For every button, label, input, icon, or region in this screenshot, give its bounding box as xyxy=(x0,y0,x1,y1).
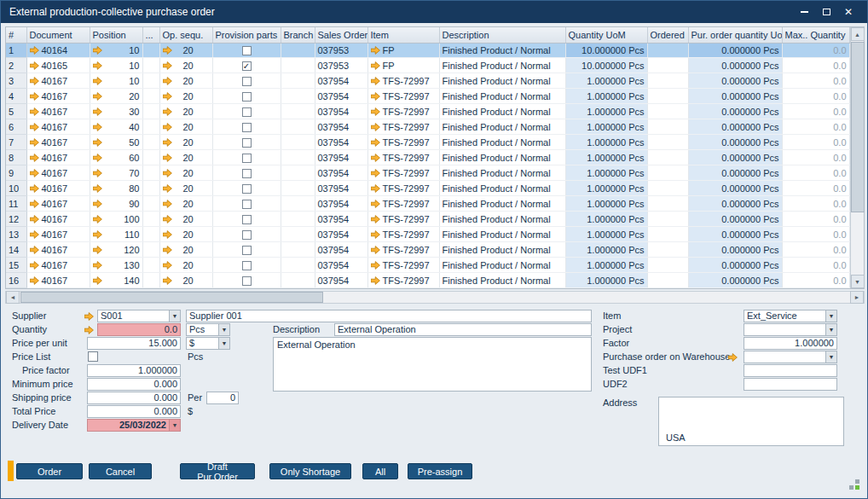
provision-parts-cell[interactable] xyxy=(212,73,281,89)
item-cell[interactable]: FP xyxy=(367,43,439,58)
link-arrow-icon[interactable] xyxy=(163,246,172,254)
test-udf1-field[interactable] xyxy=(744,364,837,377)
provision-parts-cell[interactable] xyxy=(212,104,281,119)
per-field[interactable]: 0 xyxy=(206,392,239,404)
op-sequence-cell[interactable]: 20 xyxy=(159,73,212,89)
op-sequence-cell[interactable]: 20 xyxy=(159,43,212,58)
ordered-cell[interactable] xyxy=(647,196,688,212)
provision-parts-cell[interactable] xyxy=(212,135,281,150)
draft-pur-order-button[interactable]: Draft Pur.Order xyxy=(180,463,255,479)
table-row[interactable]: 4401672020037954TFS-72997Finished Produc… xyxy=(6,89,849,104)
max-quantity-cell[interactable]: 0.0 xyxy=(782,119,849,135)
purchase-order-quantity-cell[interactable]: 0.000000 Pcs xyxy=(688,43,782,58)
item-cell[interactable]: TFS-72997 xyxy=(367,104,439,119)
column-header[interactable]: Quantity UoM xyxy=(565,27,647,43)
quantity-cell[interactable]: 1.000000 Pcs xyxy=(565,165,647,181)
column-header[interactable]: Description xyxy=(439,27,565,43)
link-arrow-icon[interactable] xyxy=(371,138,380,147)
description-cell[interactable]: Finished Product / Normal xyxy=(439,196,565,212)
column-header[interactable]: Pur. order quantity UoM xyxy=(688,27,782,43)
link-arrow-icon[interactable] xyxy=(93,200,102,208)
table-row[interactable]: 10401678020037954TFS-72997Finished Produ… xyxy=(6,181,849,196)
link-arrow-icon[interactable] xyxy=(30,246,39,254)
branch-cell[interactable] xyxy=(281,73,315,89)
position-cell[interactable]: 30 xyxy=(90,104,142,119)
position-cell[interactable]: 50 xyxy=(90,135,142,150)
op-sequence-cell[interactable]: 20 xyxy=(159,135,212,150)
dots-cell[interactable] xyxy=(142,242,159,258)
column-header[interactable]: Item xyxy=(367,27,439,43)
purchase-order-quantity-cell[interactable]: 0.000000 Pcs xyxy=(688,73,782,89)
cancel-button[interactable]: Cancel xyxy=(89,463,152,479)
provision-parts-checkbox[interactable] xyxy=(242,215,252,224)
link-arrow-icon[interactable] xyxy=(371,77,380,85)
link-arrow-icon[interactable] xyxy=(371,154,380,162)
minimum-price-field[interactable]: 0.000 xyxy=(87,378,181,391)
row-number-cell[interactable]: 4 xyxy=(6,89,26,104)
link-arrow-icon[interactable] xyxy=(93,77,102,85)
link-arrow-icon[interactable] xyxy=(371,92,380,101)
provision-parts-cell[interactable] xyxy=(212,242,281,258)
document-cell[interactable]: 40167 xyxy=(26,212,90,227)
description-field[interactable]: External Operation xyxy=(334,323,592,336)
delivery-date-field[interactable]: 25/03/2022 ▼ xyxy=(87,419,181,432)
sales-order-cell[interactable]: 037954 xyxy=(315,181,367,196)
ordered-cell[interactable] xyxy=(647,181,688,196)
purchase-order-quantity-cell[interactable]: 0.000000 Pcs xyxy=(688,135,782,150)
dots-cell[interactable] xyxy=(142,104,159,119)
provision-parts-cell[interactable] xyxy=(212,258,281,273)
quantity-cell[interactable]: 1.000000 Pcs xyxy=(565,181,647,196)
provision-parts-checkbox[interactable] xyxy=(242,169,252,178)
link-arrow-icon[interactable] xyxy=(163,92,172,101)
link-arrow-icon[interactable] xyxy=(163,184,172,193)
description-cell[interactable]: Finished Product / Normal xyxy=(439,43,565,58)
row-number-cell[interactable]: 6 xyxy=(6,119,26,135)
link-arrow-icon[interactable] xyxy=(93,169,102,177)
link-arrow-icon[interactable] xyxy=(163,61,172,70)
row-number-cell[interactable]: 2 xyxy=(6,58,26,73)
table-row[interactable]: 124016710020037954TFS-72997Finished Prod… xyxy=(6,212,849,227)
scroll-right-button[interactable]: ► xyxy=(850,291,864,304)
purchase-order-quantity-cell[interactable]: 0.000000 Pcs xyxy=(688,165,782,181)
max-quantity-cell[interactable]: 0.0 xyxy=(782,258,849,273)
table-row[interactable]: 2401651020✓037953FPFinished Product / No… xyxy=(6,58,849,73)
ordered-cell[interactable] xyxy=(647,273,688,288)
ordered-cell[interactable] xyxy=(647,43,688,58)
row-number-cell[interactable]: 15 xyxy=(6,258,26,273)
branch-cell[interactable] xyxy=(281,58,315,73)
preassign-button[interactable]: Pre-assign xyxy=(408,463,472,479)
link-arrow-icon[interactable] xyxy=(93,123,102,131)
row-number-cell[interactable]: 11 xyxy=(6,196,26,212)
description-cell[interactable]: Finished Product / Normal xyxy=(439,89,565,104)
column-header[interactable]: Position xyxy=(90,27,142,43)
link-arrow-icon[interactable] xyxy=(163,77,172,85)
maximize-button[interactable] xyxy=(816,3,836,20)
description-cell[interactable]: Finished Product / Normal xyxy=(439,212,565,227)
link-arrow-icon[interactable] xyxy=(371,184,380,193)
quantity-cell[interactable]: 1.000000 Pcs xyxy=(565,150,647,165)
row-number-cell[interactable]: 13 xyxy=(6,227,26,242)
branch-cell[interactable] xyxy=(281,119,315,135)
link-arrow-icon[interactable] xyxy=(163,169,172,177)
provision-parts-checkbox[interactable] xyxy=(242,92,252,102)
provision-parts-cell[interactable] xyxy=(212,150,281,165)
row-number-cell[interactable]: 3 xyxy=(6,73,26,89)
max-quantity-cell[interactable]: 0.0 xyxy=(782,58,849,73)
op-sequence-cell[interactable]: 20 xyxy=(159,227,212,242)
max-quantity-cell[interactable]: 0.0 xyxy=(782,73,849,89)
ordered-cell[interactable] xyxy=(647,242,688,258)
sales-order-cell[interactable]: 037954 xyxy=(315,196,367,212)
position-cell[interactable]: 140 xyxy=(90,273,142,288)
provision-parts-checkbox[interactable] xyxy=(242,276,252,286)
branch-cell[interactable] xyxy=(281,227,315,242)
table-row[interactable]: 9401677020037954TFS-72997Finished Produc… xyxy=(6,165,849,181)
provision-parts-checkbox[interactable] xyxy=(242,154,252,163)
provision-parts-cell[interactable] xyxy=(212,227,281,242)
max-quantity-cell[interactable]: 0.0 xyxy=(782,242,849,258)
dots-cell[interactable] xyxy=(142,258,159,273)
document-cell[interactable]: 40167 xyxy=(26,150,90,165)
row-number-cell[interactable]: 1 xyxy=(6,43,26,58)
max-quantity-cell[interactable]: 0.0 xyxy=(782,89,849,104)
description-cell[interactable]: Finished Product / Normal xyxy=(439,273,565,288)
chevron-down-icon[interactable]: ▼ xyxy=(218,338,229,349)
